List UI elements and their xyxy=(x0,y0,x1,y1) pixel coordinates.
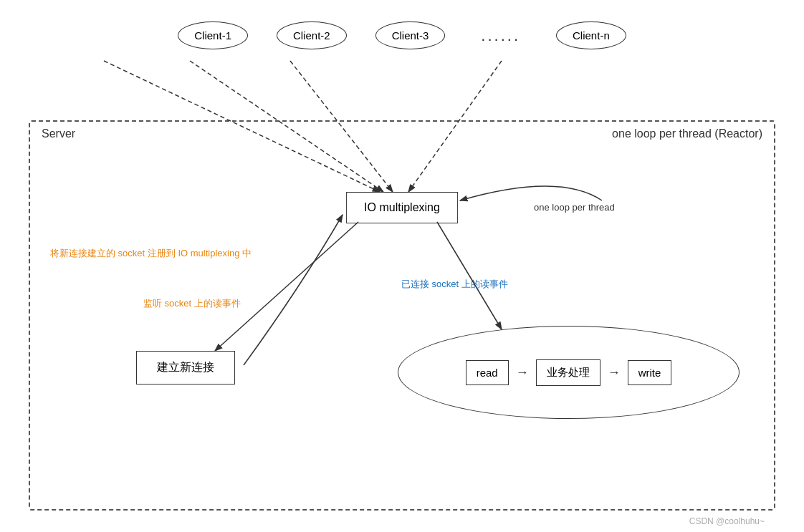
annotation-connected-socket: 已连接 socket 上的读事件 xyxy=(401,278,508,291)
client-n: Client-n xyxy=(556,21,626,49)
business-box: 业务处理 xyxy=(536,359,600,386)
arrow-process-to-write: → xyxy=(608,365,621,380)
process-inner: read → 业务处理 → write xyxy=(466,359,672,386)
clients-row: Client-1 Client-2 Client-3 ...... Client… xyxy=(0,21,804,49)
client-1: Client-1 xyxy=(178,21,248,49)
io-multiplexing-box: IO multiplexing xyxy=(346,192,458,223)
server-label: Server xyxy=(42,127,75,140)
annotation-one-loop: one loop per thread xyxy=(534,202,615,213)
write-box: write xyxy=(628,360,672,385)
new-connection-box: 建立新连接 xyxy=(136,351,235,385)
process-ellipse: read → 业务处理 → write xyxy=(398,326,740,419)
server-box xyxy=(29,120,775,511)
annotation-listen-socket: 监听 socket 上的读事件 xyxy=(143,297,241,310)
read-box: read xyxy=(466,360,509,385)
client-3: Client-3 xyxy=(375,21,446,49)
watermark: CSDN @coolhuhu~ xyxy=(689,516,765,526)
arrow-read-to-process: → xyxy=(516,365,529,380)
annotation-new-socket: 将新连接建立的 socket 注册到 IO multiplexing 中 xyxy=(50,247,252,260)
client-2: Client-2 xyxy=(277,21,347,49)
reactor-label: one loop per thread (Reactor) xyxy=(612,127,762,140)
dots: ...... xyxy=(474,26,527,45)
diagram-container: Client-1 Client-2 Client-3 ...... Client… xyxy=(0,0,804,532)
